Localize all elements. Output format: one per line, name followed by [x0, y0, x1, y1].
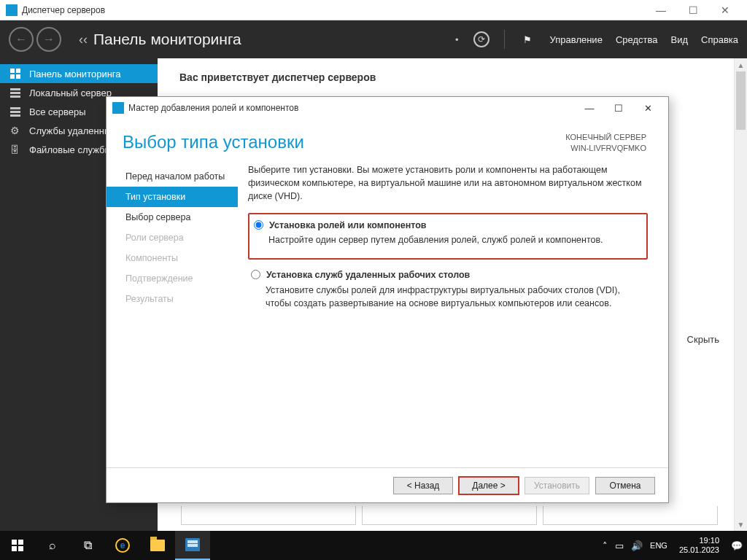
dialog-minimize-button[interactable]: — — [575, 98, 604, 118]
menu-manage[interactable]: Управление — [550, 34, 603, 45]
page-title: Панель мониторинга — [93, 31, 241, 48]
tray-volume-icon[interactable]: 🔊 — [631, 540, 643, 551]
option-rds[interactable]: Установка служб удаленных рабочих столов — [248, 265, 648, 283]
sidebar-item-label: Все серверы — [29, 106, 86, 117]
option-role-based-highlight: Установка ролей или компонентов Настройт… — [248, 213, 648, 260]
scroll-down-icon[interactable]: ▼ — [735, 518, 747, 531]
nav-back-button[interactable]: ← — [9, 27, 34, 52]
step-server-roles: Роли сервера — [107, 228, 238, 248]
destination-server-name: WIN-LIVFRVQFMKO — [565, 143, 646, 154]
storage-icon — [10, 144, 22, 155]
server-icon — [10, 88, 22, 98]
taskbar-ie-button[interactable] — [105, 531, 140, 560]
destination-label: КОНЕЧНЫЙ СЕРВЕР — [565, 132, 646, 143]
step-installation-type[interactable]: Тип установки — [107, 187, 238, 207]
step-server-selection[interactable]: Выбор сервера — [107, 207, 238, 228]
vertical-scrollbar[interactable]: ▲ ▼ — [734, 58, 747, 531]
step-features: Компоненты — [107, 248, 238, 268]
taskbar-explorer-button[interactable] — [140, 531, 175, 560]
scroll-up-icon[interactable]: ▲ — [735, 58, 747, 71]
windows-icon — [12, 540, 23, 551]
folder-icon — [150, 540, 165, 551]
welcome-heading: Вас приветствует диспетчер серверов — [179, 71, 725, 83]
dashboard-tile[interactable] — [543, 506, 718, 525]
server-manager-icon — [185, 538, 200, 551]
dashboard-tile[interactable] — [362, 506, 537, 525]
tray-date: 25.01.2023 — [679, 545, 719, 555]
tray-time: 19:10 — [679, 536, 719, 545]
menu-tools[interactable]: Средства — [616, 34, 658, 45]
option-rds-radio[interactable] — [251, 270, 260, 279]
dialog-button-row: < Назад Далее > Установить Отмена — [107, 467, 668, 502]
start-button[interactable] — [0, 531, 35, 560]
servers-icon — [10, 106, 22, 117]
tray-clock[interactable]: 19:10 25.01.2023 — [675, 536, 724, 554]
taskbar: ⌕ ⧉ ˄ ▭ 🔊 ENG 19:10 25.01.2023 💬 — [0, 531, 747, 560]
option-role-based-desc: Настройте один сервер путем добавления р… — [268, 233, 642, 246]
dialog-title-text: Мастер добавления ролей и компонентов — [128, 103, 298, 113]
maximize-button[interactable]: ☐ — [677, 0, 709, 20]
option-role-based[interactable]: Установка ролей или компонентов — [251, 216, 642, 233]
gear-icon — [10, 125, 22, 136]
sidebar-item-label: Панель мониторинга — [29, 69, 121, 79]
close-button[interactable]: ✕ — [709, 0, 741, 20]
minimize-button[interactable]: — — [645, 0, 677, 20]
step-confirmation: Подтверждение — [107, 268, 238, 289]
main-toolbar: ← → ‹‹ Панель мониторинга • ⟳ ⚑ Управлен… — [0, 20, 747, 58]
dialog-maximize-button[interactable]: ☐ — [604, 98, 633, 118]
tray-language[interactable]: ENG — [650, 541, 667, 550]
dashboard-tiles-row — [181, 506, 718, 525]
add-roles-wizard-dialog: Мастер добавления ролей и компонентов — … — [106, 96, 669, 503]
wizard-steps: Перед началом работы Тип установки Выбор… — [107, 162, 238, 462]
tray-chevron-up-icon[interactable]: ˄ — [603, 540, 608, 551]
tray-network-icon[interactable]: ▭ — [615, 540, 624, 551]
destination-server-box: КОНЕЧНЫЙ СЕРВЕР WIN-LIVFRVQFMKO — [565, 132, 646, 155]
task-view-button[interactable]: ⧉ — [70, 531, 105, 560]
option-rds-title: Установка служб удаленных рабочих столов — [266, 268, 470, 281]
install-button: Установить — [525, 477, 589, 494]
panel-intro-text: Выберите тип установки. Вы можете устано… — [248, 163, 648, 203]
cancel-button[interactable]: Отмена — [595, 477, 655, 494]
step-results: Результаты — [107, 289, 238, 309]
dialog-heading: Выбор типа установки — [123, 132, 304, 152]
sidebar-item-label: Локальный сервер — [29, 88, 112, 98]
refresh-button[interactable]: ⟳ — [472, 30, 491, 49]
main-titlebar: Диспетчер серверов — ☐ ✕ — [0, 0, 747, 20]
dashboard-tile[interactable] — [181, 506, 356, 525]
option-role-based-title: Установка ролей или компонентов — [269, 219, 427, 232]
hide-link[interactable]: Скрыть — [687, 334, 719, 345]
option-rds-desc: Установите службы ролей для инфраструкту… — [266, 284, 648, 310]
dialog-titlebar: Мастер добавления ролей и компонентов — … — [107, 97, 668, 119]
taskbar-search-button[interactable]: ⌕ — [35, 531, 70, 560]
menu-view[interactable]: Вид — [670, 34, 688, 45]
option-role-based-radio[interactable] — [254, 220, 263, 230]
step-before-you-begin[interactable]: Перед началом работы — [107, 166, 238, 187]
ie-icon — [115, 538, 130, 553]
next-button[interactable]: Далее > — [459, 477, 519, 494]
scroll-thumb[interactable] — [736, 71, 746, 130]
toolbar-separator — [504, 30, 505, 49]
app-icon — [6, 4, 18, 16]
nav-forward-button[interactable]: → — [36, 27, 61, 52]
breadcrumb-chevrons-icon: ‹‹ — [79, 32, 88, 47]
dialog-app-icon — [112, 102, 124, 114]
dashboard-icon — [10, 69, 22, 79]
menu-help[interactable]: Справка — [701, 34, 738, 45]
wizard-panel: Выберите тип установки. Вы можете устано… — [238, 162, 668, 462]
sidebar-item-dashboard[interactable]: Панель мониторинга — [0, 64, 158, 83]
taskbar-server-manager-button[interactable] — [175, 531, 210, 560]
toolbar-dash-icon: • — [455, 34, 459, 45]
back-button[interactable]: < Назад — [393, 477, 453, 494]
action-center-icon[interactable]: 💬 — [731, 540, 743, 551]
dialog-close-button[interactable]: ✕ — [633, 98, 662, 118]
main-title-text: Диспетчер серверов — [22, 5, 105, 15]
notifications-flag-icon[interactable]: ⚑ — [518, 30, 537, 49]
